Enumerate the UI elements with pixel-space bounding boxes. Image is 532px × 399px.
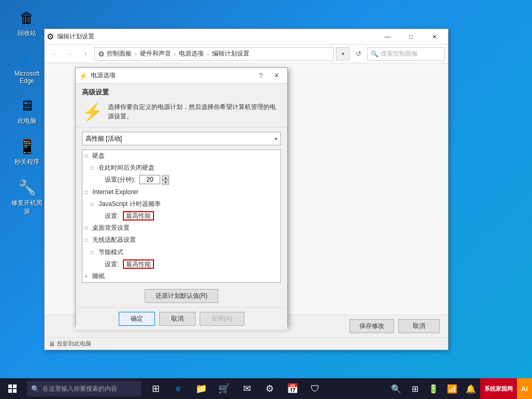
- power-options-dialog: ⚡ 电源选项 ? ✕ 高级设置 ⚡ 选择你要自定义的电源计划，然后选择你希望计算…: [75, 67, 288, 327]
- cancel-button[interactable]: 取消: [398, 319, 440, 333]
- search-icon: 🔍: [371, 50, 379, 58]
- search-box[interactable]: 🔍 搜索控制面板: [367, 47, 445, 61]
- project-icon: 🖥: [49, 340, 55, 348]
- apply-button[interactable]: 应用(A): [200, 312, 244, 326]
- ai-badge-area[interactable]: Ai: [517, 378, 532, 399]
- task-tray-icon[interactable]: ⊞: [405, 378, 424, 399]
- wireless-setting-label: 设置:: [105, 260, 119, 268]
- plan-dropdown-value: 高性能 [活动]: [86, 134, 122, 143]
- fix-boot-label: 修复开机黑屏: [10, 199, 44, 216]
- minutes-label: 设置(分钟):: [105, 176, 135, 183]
- brand-text: 系统家园网: [484, 385, 513, 393]
- svg-rect-3: [13, 389, 17, 393]
- tree-item-minutes-setting: 设置(分钟): ▲ ▼: [82, 174, 281, 186]
- status-bar: 🖥 投影到此电脑: [45, 337, 448, 350]
- svg-rect-0: [8, 384, 12, 388]
- window-title-text: 编辑计划设置: [57, 32, 376, 41]
- task-view-button[interactable]: ⊞: [145, 378, 166, 399]
- ok-button[interactable]: 确定: [119, 312, 155, 326]
- file-explorer-button[interactable]: 📁: [191, 378, 212, 399]
- dialog-titlebar: ⚡ 电源选项 ? ✕: [76, 68, 287, 84]
- tree-item-ie[interactable]: □ Internet Explorer: [82, 186, 281, 198]
- status-text: 投影到此电脑: [57, 340, 91, 348]
- desktop-icon-this-pc[interactable]: 🖥 此电脑: [8, 93, 46, 128]
- minutes-input[interactable]: [139, 175, 160, 184]
- dialog-close-button[interactable]: ✕: [269, 68, 284, 84]
- nav-back-button[interactable]: ←: [48, 47, 61, 61]
- tree-wrapper: □ 硬盘 □ 在此时间后关闭硬盘 设置(分钟): ▲: [82, 149, 281, 283]
- tree-item-js-setting: 设置: 最高性能: [82, 210, 281, 222]
- spin-buttons: ▲ ▼: [162, 175, 169, 185]
- taskbar-search-box[interactable]: 🔍 在这里输入你要搜索的内容: [27, 381, 141, 396]
- desktop-icon-edge[interactable]: e Microsoft Edge: [8, 46, 46, 87]
- addr-sep-3: ›: [207, 51, 209, 57]
- this-pc-label: 此电脑: [18, 117, 36, 126]
- tree-item-power-save[interactable]: □ 节能模式: [82, 246, 281, 258]
- spin-down-button[interactable]: ▼: [162, 180, 169, 185]
- edge-taskbar-button[interactable]: e: [168, 378, 189, 399]
- nav-up-button[interactable]: ↑: [79, 47, 92, 61]
- tree-item-harddisk[interactable]: □ 硬盘: [82, 150, 281, 162]
- mail-button[interactable]: ✉: [236, 378, 257, 399]
- address-path[interactable]: ⚙ 控制面板 › 硬件和声音 › 电源选项 › 编辑计划设置: [94, 47, 334, 61]
- svg-rect-2: [8, 389, 12, 393]
- expand-icon-harddisk: □: [85, 152, 91, 160]
- desktop-icon-fix-boot[interactable]: 🔧 修复开机黑屏: [8, 175, 46, 218]
- dialog-bottom-buttons: 确定 取消 应用(A): [76, 307, 287, 330]
- tree-container[interactable]: □ 硬盘 □ 在此时间后关闭硬盘 设置(分钟): ▲: [82, 149, 281, 283]
- store-button[interactable]: 🛒: [214, 378, 234, 399]
- taskbar-search-icon: 🔍: [31, 385, 39, 393]
- address-dropdown-button[interactable]: ▾: [336, 47, 349, 61]
- settings-button[interactable]: ⚙: [259, 378, 280, 399]
- dialog-section-title: 高级设置: [76, 84, 287, 99]
- window-titlebar: ⚙ 编辑计划设置 — □ ✕: [45, 29, 448, 45]
- expand-icon-shutdown: □: [91, 164, 97, 172]
- desktop-icon-recycle-bin[interactable]: 🗑 回收站: [8, 5, 46, 40]
- network-icon[interactable]: 📶: [443, 378, 461, 399]
- calendar-button[interactable]: 📅: [282, 378, 303, 399]
- expand-icon-sleep: +: [85, 272, 91, 281]
- restore-defaults-button[interactable]: 还原计划默认值(R): [145, 289, 219, 303]
- close-button[interactable]: ✕: [423, 29, 446, 45]
- desktop-icons: 🗑 回收站 e Microsoft Edge 🖥 此电脑 📱 秒关程序 🔧 修复…: [8, 5, 46, 218]
- addr-sep-2: ›: [174, 51, 176, 57]
- start-button[interactable]: [0, 378, 25, 399]
- addr-control-panel: 控制面板: [107, 49, 132, 58]
- maximize-button[interactable]: □: [399, 29, 423, 45]
- fix-boot-icon: 🔧: [17, 177, 37, 198]
- dialog-title-text: 电源选项: [91, 71, 253, 80]
- windows-logo-icon: [8, 384, 17, 393]
- edge-icon: e: [17, 48, 37, 69]
- save-changes-button[interactable]: 保存修改: [349, 319, 394, 333]
- tree-item-js-timer[interactable]: □ JavaScript 计时器频率: [82, 198, 281, 210]
- plan-dropdown[interactable]: 高性能 [活动] ▾: [82, 132, 281, 145]
- svg-rect-1: [13, 384, 17, 388]
- dialog-dropdown-row: 高性能 [活动] ▾: [76, 128, 287, 149]
- tree-item-wireless[interactable]: □ 无线适配器设置: [82, 234, 281, 246]
- dialog-cancel-button[interactable]: 取消: [159, 312, 195, 326]
- refresh-button[interactable]: ↺: [352, 47, 365, 61]
- addr-icon: ⚙: [98, 50, 105, 58]
- expand-icon-js: □: [91, 200, 97, 209]
- minimize-button[interactable]: —: [376, 29, 399, 45]
- security-button[interactable]: 🛡: [305, 378, 326, 399]
- search-tray-icon[interactable]: 🔍: [387, 378, 405, 399]
- desktop-icon-quick-app[interactable]: 📱 秒关程序: [8, 134, 46, 169]
- dialog-help-button[interactable]: ?: [253, 68, 269, 84]
- notification-icon[interactable]: 🔔: [461, 378, 480, 399]
- quick-app-icon: 📱: [17, 136, 37, 157]
- addr-power: 电源选项: [179, 49, 204, 58]
- search-placeholder: 搜索控制面板: [381, 49, 418, 58]
- addr-hardware: 硬件和声音: [140, 49, 171, 58]
- tree-item-shutdown-harddisk[interactable]: □ 在此时间后关闭硬盘: [82, 162, 281, 174]
- spin-up-button[interactable]: ▲: [162, 175, 169, 180]
- tree-item-desktop-bg[interactable]: □ 桌面背景设置: [82, 222, 281, 234]
- tree-item-sleep[interactable]: + 睡眠: [82, 270, 281, 282]
- battery-icon[interactable]: 🔋: [424, 378, 443, 399]
- nav-forward-button[interactable]: →: [63, 47, 77, 61]
- taskbar-right: 🔍 ⊞ 🔋 📶 🔔 系统家园网 Ai: [387, 378, 532, 399]
- address-bar: ← → ↑ ⚙ 控制面板 › 硬件和声音 › 电源选项 › 编辑计划设置 ▾ ↺…: [45, 45, 448, 63]
- dialog-desc-text: 选择你要自定义的电源计划，然后选择你希望计算机管理的电源设置。: [108, 102, 281, 121]
- chevron-down-icon: ▾: [275, 136, 277, 142]
- restore-defaults-row: 还原计划默认值(R): [76, 287, 287, 307]
